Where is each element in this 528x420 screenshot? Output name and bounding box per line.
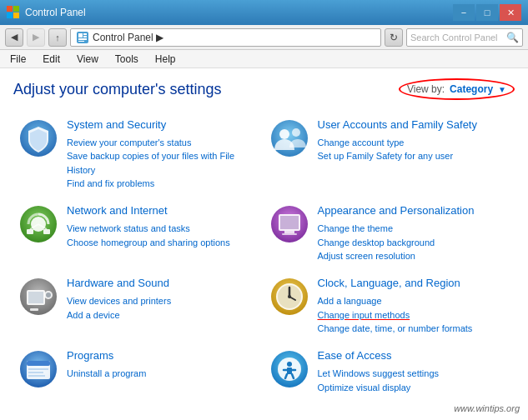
svg-rect-6 bbox=[83, 33, 87, 35]
view-by-dropdown-icon: ▼ bbox=[498, 85, 506, 94]
minimize-button[interactable]: − bbox=[453, 4, 475, 21]
view-by-control[interactable]: View by: Category ▼ bbox=[399, 78, 515, 100]
svg-rect-3 bbox=[13, 12, 19, 18]
hardware-sound-link-1[interactable]: View devices and printers bbox=[67, 294, 259, 308]
title-bar-controls: − □ ✕ bbox=[453, 4, 521, 21]
title-bar-left: Control Panel bbox=[7, 6, 86, 19]
category-programs: Programs Uninstall a program bbox=[13, 342, 264, 410]
menu-bar: File Edit View Tools Help bbox=[0, 50, 528, 68]
clock-language-title[interactable]: Clock, Language, and Region bbox=[318, 277, 510, 291]
network-internet-link-2[interactable]: Choose homegroup and sharing options bbox=[67, 236, 259, 250]
clock-language-icon bbox=[269, 277, 309, 317]
svg-rect-16 bbox=[27, 229, 33, 234]
category-system-security: System and Security Review your computer… bbox=[13, 112, 264, 198]
watermark: www.wintips.org bbox=[454, 403, 520, 413]
appearance-icon bbox=[269, 204, 309, 244]
close-button[interactable]: ✕ bbox=[500, 4, 521, 21]
windows-icon bbox=[7, 6, 20, 19]
svg-rect-5 bbox=[78, 33, 83, 38]
search-box[interactable]: Search Control Panel 🔍 bbox=[406, 28, 523, 47]
network-internet-link-1[interactable]: View network status and tasks bbox=[67, 222, 259, 236]
clock-language-text: Clock, Language, and Region Add a langua… bbox=[318, 277, 510, 335]
hardware-icon bbox=[18, 277, 58, 317]
appearance-link-2[interactable]: Change desktop background bbox=[318, 236, 510, 250]
category-network-internet: Network and Internet View network status… bbox=[13, 198, 264, 270]
programs-title[interactable]: Programs bbox=[67, 349, 259, 363]
svg-rect-22 bbox=[280, 216, 299, 229]
system-security-icon bbox=[18, 118, 58, 158]
main-content: Adjust your computer's settings View by:… bbox=[0, 68, 528, 420]
clock-language-link-2[interactable]: Change input methods bbox=[318, 308, 510, 322]
svg-rect-39 bbox=[27, 361, 50, 366]
appearance-title[interactable]: Appearance and Personalization bbox=[318, 204, 510, 218]
user-accounts-link-1[interactable]: Change account type bbox=[318, 136, 510, 150]
hardware-sound-link-2[interactable]: Add a device bbox=[67, 308, 259, 322]
svg-rect-0 bbox=[7, 6, 13, 12]
svg-point-36 bbox=[288, 295, 291, 298]
programs-box-icon bbox=[18, 349, 58, 389]
appearance-link-3[interactable]: Adjust screen resolution bbox=[318, 249, 510, 263]
hardware-sound-icon bbox=[18, 277, 58, 317]
network-internet-title[interactable]: Network and Internet bbox=[67, 204, 259, 218]
menu-file[interactable]: File bbox=[7, 52, 29, 67]
ease-access-icon bbox=[269, 349, 309, 389]
system-security-title[interactable]: System and Security bbox=[67, 118, 259, 132]
svg-rect-42 bbox=[28, 375, 45, 377]
svg-rect-30 bbox=[30, 308, 38, 311]
svg-rect-9 bbox=[78, 41, 84, 42]
ease-access-link-2[interactable]: Optimize visual display bbox=[318, 381, 510, 395]
search-placeholder: Search Control Panel bbox=[410, 32, 498, 42]
programs-link-1[interactable]: Uninstall a program bbox=[67, 367, 259, 381]
maximize-button[interactable]: □ bbox=[476, 4, 498, 21]
category-ease-access: Ease of Access Let Windows suggest setti… bbox=[264, 342, 515, 410]
svg-rect-2 bbox=[7, 12, 13, 18]
appearance-link-1[interactable]: Change the theme bbox=[318, 222, 510, 236]
svg-point-45 bbox=[287, 362, 292, 367]
ease-access-text: Ease of Access Let Windows suggest setti… bbox=[318, 349, 510, 394]
menu-tools[interactable]: Tools bbox=[112, 52, 142, 67]
user-accounts-link-2[interactable]: Set up Family Safety for any user bbox=[318, 149, 510, 163]
system-security-text: System and Security Review your computer… bbox=[67, 118, 259, 191]
up-button[interactable]: ↑ bbox=[48, 28, 67, 47]
title-bar: Control Panel − □ ✕ bbox=[0, 0, 528, 25]
svg-rect-17 bbox=[43, 229, 50, 234]
clock-language-link-1[interactable]: Add a language bbox=[318, 294, 510, 308]
menu-view[interactable]: View bbox=[73, 52, 102, 67]
breadcrumb-text: Control Panel ▶ bbox=[93, 32, 163, 43]
menu-edit[interactable]: Edit bbox=[39, 52, 63, 67]
breadcrumb[interactable]: Control Panel ▶ bbox=[70, 28, 381, 47]
ease-access-link-1[interactable]: Let Windows suggest settings bbox=[318, 367, 510, 381]
category-user-accounts: User Accounts and Family Safety Change a… bbox=[264, 112, 515, 198]
appearance-text: Appearance and Personalization Change th… bbox=[318, 204, 510, 262]
svg-point-11 bbox=[271, 120, 308, 157]
hardware-sound-title[interactable]: Hardware and Sound bbox=[67, 277, 259, 291]
system-security-link-1[interactable]: Review your computer's status bbox=[67, 136, 259, 150]
svg-point-12 bbox=[279, 129, 289, 139]
user-accounts-title[interactable]: User Accounts and Family Safety bbox=[318, 118, 510, 132]
svg-rect-23 bbox=[284, 231, 294, 233]
category-clock-language: Clock, Language, and Region Add a langua… bbox=[264, 270, 515, 342]
forward-button[interactable]: ▶ bbox=[27, 28, 45, 47]
view-by-value: Category bbox=[450, 83, 493, 95]
svg-point-29 bbox=[46, 292, 51, 298]
programs-icon bbox=[18, 349, 58, 389]
ease-access-title[interactable]: Ease of Access bbox=[318, 349, 510, 363]
refresh-button[interactable]: ↻ bbox=[385, 28, 403, 47]
back-button[interactable]: ◀ bbox=[5, 28, 23, 47]
svg-rect-1 bbox=[13, 6, 19, 12]
search-icon: 🔍 bbox=[506, 32, 519, 43]
system-security-link-2[interactable]: Save backup copies of your files with Fi… bbox=[67, 149, 259, 177]
main-header: Adjust your computer's settings View by:… bbox=[13, 78, 515, 100]
page-title: Adjust your computer's settings bbox=[13, 81, 222, 98]
svg-point-13 bbox=[292, 128, 300, 137]
category-hardware-sound: Hardware and Sound View devices and prin… bbox=[13, 270, 264, 342]
user-accounts-icon bbox=[269, 118, 309, 158]
network-internet-text: Network and Internet View network status… bbox=[67, 204, 259, 249]
user-accounts-text: User Accounts and Family Safety Change a… bbox=[318, 118, 510, 163]
clock-language-link-3[interactable]: Change date, time, or number formats bbox=[318, 322, 510, 336]
appearance-personalization-icon bbox=[269, 204, 309, 244]
menu-help[interactable]: Help bbox=[152, 52, 179, 67]
system-security-link-3[interactable]: Find and fix problems bbox=[67, 177, 259, 191]
svg-rect-8 bbox=[78, 38, 87, 40]
hardware-sound-text: Hardware and Sound View devices and prin… bbox=[67, 277, 259, 322]
